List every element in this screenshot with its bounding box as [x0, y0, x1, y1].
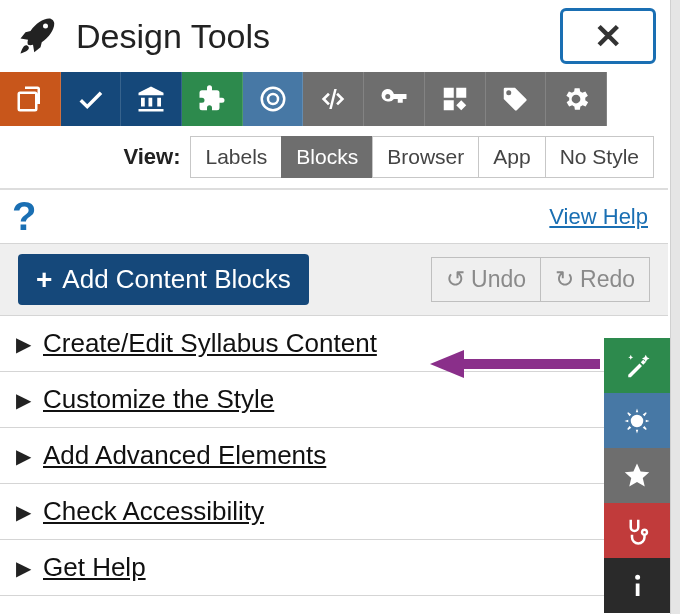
view-option-app[interactable]: App: [478, 136, 545, 178]
view-help-link[interactable]: View Help: [549, 204, 648, 230]
sun-icon: [622, 406, 652, 436]
wand-icon: [622, 351, 652, 381]
institution-button[interactable]: [121, 72, 182, 126]
copy-icon: [15, 84, 45, 114]
code-icon: [318, 84, 348, 114]
redo-icon: ↻: [555, 266, 574, 293]
puzzle-button[interactable]: [182, 72, 243, 126]
view-option-browser[interactable]: Browser: [372, 136, 479, 178]
tag-button[interactable]: [486, 72, 547, 126]
side-tab-stethoscope[interactable]: [604, 503, 670, 558]
puzzle-icon: [197, 84, 227, 114]
add-content-blocks-button[interactable]: + Add Content Blocks: [18, 254, 309, 305]
side-tab-wand[interactable]: [604, 338, 670, 393]
code-button[interactable]: [303, 72, 364, 126]
check-icon: [76, 84, 106, 114]
stethoscope-icon: [622, 516, 652, 546]
view-segmented-control: Labels Blocks Browser App No Style: [190, 136, 654, 178]
caret-right-icon: ▶: [16, 388, 31, 412]
view-option-blocks[interactable]: Blocks: [281, 136, 373, 178]
undo-icon: ↺: [446, 266, 465, 293]
accordion-create-edit-syllabus[interactable]: ▶ Create/Edit Syllabus Content: [0, 316, 668, 372]
close-icon: ✕: [594, 19, 622, 53]
caret-right-icon: ▶: [16, 556, 31, 580]
accordion-get-help[interactable]: ▶ Get Help: [0, 540, 668, 596]
undo-button[interactable]: ↺ Undo: [431, 257, 541, 302]
caret-right-icon: ▶: [16, 500, 31, 524]
accordion-label: Add Advanced Elements: [43, 440, 326, 471]
institution-icon: [136, 84, 166, 114]
view-label: View:: [123, 144, 180, 170]
help-icon[interactable]: ?: [12, 194, 36, 239]
blocks-button[interactable]: [425, 72, 486, 126]
accordion-label: Create/Edit Syllabus Content: [43, 328, 377, 359]
view-option-labels[interactable]: Labels: [190, 136, 282, 178]
tag-icon: [500, 84, 530, 114]
copy-button[interactable]: [0, 72, 61, 126]
plus-icon: +: [36, 266, 52, 294]
settings-button[interactable]: [546, 72, 607, 126]
side-tabs: [604, 338, 670, 613]
main-toolbar: [0, 72, 668, 126]
rocket-icon: [18, 16, 58, 56]
view-option-nostyle[interactable]: No Style: [545, 136, 654, 178]
close-button[interactable]: ✕: [560, 8, 656, 64]
caret-right-icon: ▶: [16, 332, 31, 356]
side-tab-sun[interactable]: [604, 393, 670, 448]
star-icon: [622, 461, 652, 491]
accordion-label: Get Help: [43, 552, 146, 583]
redo-label: Redo: [580, 266, 635, 293]
target-icon: [258, 84, 288, 114]
accordion-label: Customize the Style: [43, 384, 274, 415]
key-icon: [379, 84, 409, 114]
check-button[interactable]: [61, 72, 122, 126]
redo-button[interactable]: ↻ Redo: [541, 257, 650, 302]
add-content-blocks-label: Add Content Blocks: [62, 264, 290, 295]
blocks-icon: [440, 84, 470, 114]
accordion-label: Check Accessibility: [43, 496, 264, 527]
key-button[interactable]: [364, 72, 425, 126]
accordion-customize-style[interactable]: ▶ Customize the Style: [0, 372, 668, 428]
scrollbar[interactable]: [670, 0, 680, 614]
page-title: Design Tools: [76, 17, 270, 56]
side-tab-info[interactable]: [604, 558, 670, 613]
accordion-advanced-elements[interactable]: ▶ Add Advanced Elements: [0, 428, 668, 484]
undo-label: Undo: [471, 266, 526, 293]
gears-icon: [561, 84, 591, 114]
caret-right-icon: ▶: [16, 444, 31, 468]
accordion-check-accessibility[interactable]: ▶ Check Accessibility: [0, 484, 668, 540]
info-icon: [622, 571, 652, 601]
target-button[interactable]: [243, 72, 304, 126]
side-tab-star[interactable]: [604, 448, 670, 503]
